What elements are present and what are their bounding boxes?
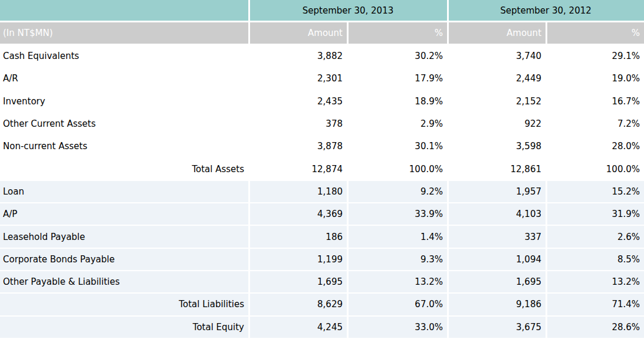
cell-pct-2013: 1.4% <box>349 226 449 248</box>
cell-amount-2013: 378 <box>250 113 349 136</box>
table-row-other-payable-liabilities: Other Payable & Liabilities 1,695 13.2% … <box>0 271 644 294</box>
table-row-total-liabilities: Total Liabilities 8,629 67.0% 9,186 71.4… <box>0 294 644 316</box>
cell-pct-2012: 28.6% <box>547 317 644 339</box>
cell-amount-2012: 3,675 <box>449 317 547 339</box>
cell-amount-2013: 4,245 <box>250 317 349 339</box>
row-label: Other Payable & Liabilities <box>0 271 250 294</box>
table-row-cash-equivalents: Cash Equivalents 3,882 30.2% 3,740 29.1% <box>0 45 644 68</box>
row-label: Other Current Assets <box>0 113 250 136</box>
cell-pct-2012: 28.0% <box>547 136 644 158</box>
cell-amount-2012: 922 <box>449 113 547 136</box>
column-header-2013: September 30, 2013 <box>250 0 449 22</box>
unit-label: (In NT$MN) <box>0 22 250 45</box>
cell-amount-2013: 12,874 <box>250 158 349 180</box>
cell-pct-2012: 8.5% <box>547 249 644 271</box>
table-row-ap: A/P 4,369 33.9% 4,103 31.9% <box>0 203 644 226</box>
cell-amount-2012: 2,152 <box>449 91 547 113</box>
row-label: Inventory <box>0 91 250 113</box>
table-row-ar: A/R 2,301 17.9% 2,449 19.0% <box>0 68 644 90</box>
balance-sheet-screen: September 30, 2013 September 30, 2012 (I… <box>0 0 644 339</box>
column-header-pct-2013: % <box>349 22 449 45</box>
cell-pct-2013: 17.9% <box>349 68 449 90</box>
column-header-pct-2012: % <box>547 22 644 45</box>
row-label: Cash Equivalents <box>0 45 250 68</box>
cell-amount-2013: 1,180 <box>250 181 349 203</box>
cell-pct-2012: 19.0% <box>547 68 644 90</box>
cell-pct-2012: 31.9% <box>547 203 644 226</box>
cell-amount-2013: 8,629 <box>250 294 349 316</box>
row-label: Leasehold Payable <box>0 226 250 248</box>
cell-amount-2013: 1,695 <box>250 271 349 294</box>
cell-amount-2012: 1,957 <box>449 181 547 203</box>
sub-header-row: (In NT$MN) Amount % Amount % <box>0 22 644 45</box>
cell-amount-2012: 3,740 <box>449 45 547 68</box>
table-row-inventory: Inventory 2,435 18.9% 2,152 16.7% <box>0 91 644 113</box>
cell-pct-2012: 29.1% <box>547 45 644 68</box>
cell-amount-2012: 3,598 <box>449 136 547 158</box>
row-label: A/R <box>0 68 250 90</box>
table-row-corporate-bonds-payable: Corporate Bonds Payable 1,199 9.3% 1,094… <box>0 249 644 271</box>
cell-pct-2013: 18.9% <box>349 91 449 113</box>
cell-amount-2012: 4,103 <box>449 203 547 226</box>
cell-amount-2013: 3,882 <box>250 45 349 68</box>
cell-pct-2013: 67.0% <box>349 294 449 316</box>
cell-amount-2013: 2,301 <box>250 68 349 90</box>
column-header-amount-2012: Amount <box>449 22 547 45</box>
table-row-other-current-assets: Other Current Assets 378 2.9% 922 7.2% <box>0 113 644 136</box>
cell-amount-2013: 4,369 <box>250 203 349 226</box>
column-header-2012: September 30, 2012 <box>449 0 644 22</box>
table-row-loan: Loan 1,180 9.2% 1,957 15.2% <box>0 181 644 203</box>
cell-pct-2013: 9.2% <box>349 181 449 203</box>
year-header-row: September 30, 2013 September 30, 2012 <box>0 0 644 22</box>
cell-amount-2013: 2,435 <box>250 91 349 113</box>
cell-amount-2012: 12,861 <box>449 158 547 180</box>
table-row-non-current-assets: Non-current Assets 3,878 30.1% 3,598 28.… <box>0 136 644 158</box>
table-row-leasehold-payable: Leasehold Payable 186 1.4% 337 2.6% <box>0 226 644 248</box>
cell-pct-2012: 15.2% <box>547 181 644 203</box>
cell-pct-2013: 30.2% <box>349 45 449 68</box>
cell-pct-2012: 100.0% <box>547 158 644 180</box>
cell-pct-2013: 33.0% <box>349 317 449 339</box>
cell-pct-2012: 16.7% <box>547 91 644 113</box>
column-header-amount-2013: Amount <box>250 22 349 45</box>
row-label: Corporate Bonds Payable <box>0 249 250 271</box>
cell-amount-2012: 1,695 <box>449 271 547 294</box>
cell-pct-2013: 30.1% <box>349 136 449 158</box>
cell-pct-2013: 33.9% <box>349 203 449 226</box>
cell-amount-2013: 186 <box>250 226 349 248</box>
cell-pct-2012: 13.2% <box>547 271 644 294</box>
cell-amount-2012: 9,186 <box>449 294 547 316</box>
row-label: Non-current Assets <box>0 136 250 158</box>
corner-cell <box>0 0 250 22</box>
cell-amount-2012: 337 <box>449 226 547 248</box>
row-label-total: Total Equity <box>0 317 250 339</box>
balance-sheet-table: September 30, 2013 September 30, 2012 (I… <box>0 0 644 339</box>
row-label-total: Total Assets <box>0 158 250 180</box>
row-label: A/P <box>0 203 250 226</box>
cell-amount-2013: 1,199 <box>250 249 349 271</box>
table-row-total-assets: Total Assets 12,874 100.0% 12,861 100.0% <box>0 158 644 180</box>
cell-pct-2012: 71.4% <box>547 294 644 316</box>
cell-pct-2012: 2.6% <box>547 226 644 248</box>
cell-pct-2013: 2.9% <box>349 113 449 136</box>
table-row-total-equity: Total Equity 4,245 33.0% 3,675 28.6% <box>0 317 644 339</box>
cell-amount-2012: 1,094 <box>449 249 547 271</box>
cell-pct-2013: 9.3% <box>349 249 449 271</box>
cell-pct-2013: 13.2% <box>349 271 449 294</box>
row-label-total: Total Liabilities <box>0 294 250 316</box>
cell-pct-2013: 100.0% <box>349 158 449 180</box>
cell-amount-2012: 2,449 <box>449 68 547 90</box>
cell-amount-2013: 3,878 <box>250 136 349 158</box>
row-label: Loan <box>0 181 250 203</box>
cell-pct-2012: 7.2% <box>547 113 644 136</box>
